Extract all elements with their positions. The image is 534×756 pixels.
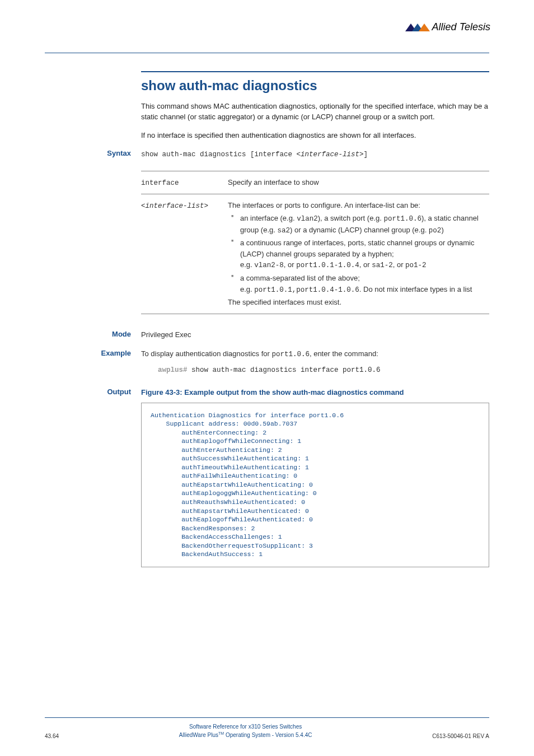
syntax-command: show auth-mac diagnostics [interface <in… bbox=[141, 151, 368, 158]
page-number: 43.64 bbox=[45, 733, 59, 739]
list-item: an interface (e.g. vlan2), a switch port… bbox=[228, 213, 485, 236]
brand-name: Allied Telesis bbox=[432, 21, 490, 33]
cli-prompt: awplus# bbox=[158, 366, 188, 374]
page-footer: 43.64 Software Reference for x310 Series… bbox=[45, 722, 489, 739]
footer-center: Software Reference for x310 Series Switc… bbox=[179, 722, 312, 739]
param-name: interface bbox=[141, 179, 179, 187]
page-title: show auth-mac diagnostics bbox=[141, 78, 489, 94]
example-section: Example To display authentication diagno… bbox=[141, 349, 489, 375]
figure-caption: Figure 43-3: Example output from the sho… bbox=[141, 388, 489, 398]
mode-label: Mode bbox=[45, 330, 141, 340]
mode-value: Privileged Exec bbox=[141, 330, 489, 340]
output-box: Authentication Diagnostics for interface… bbox=[141, 403, 489, 567]
brand-logo: Allied Telesis bbox=[405, 21, 490, 33]
intro-paragraph-2: If no interface is specified then authen… bbox=[141, 130, 489, 141]
footer-rule bbox=[45, 717, 489, 718]
parameter-table: interface Specify an interface to show <… bbox=[141, 171, 489, 314]
syntax-label: Syntax bbox=[45, 149, 141, 314]
list-item: a continuous range of interfaces, ports,… bbox=[228, 237, 485, 271]
table-row: interface Specify an interface to show bbox=[141, 171, 489, 194]
output-section: Output Figure 43-3: Example output from … bbox=[141, 388, 489, 567]
example-text: To display authentication diagnostics fo… bbox=[141, 349, 378, 358]
example-label: Example bbox=[45, 349, 141, 375]
param-name: <interface-list> bbox=[141, 202, 208, 210]
list-item: a comma-separated list of the above;e.g.… bbox=[228, 273, 485, 295]
table-row: <interface-list> The interfaces or ports… bbox=[141, 194, 489, 314]
example-command: awplus# show auth-mac diagnostics interf… bbox=[158, 365, 489, 375]
intro-paragraph-1: This command shows MAC authentication di… bbox=[141, 101, 489, 123]
title-rule bbox=[141, 71, 489, 72]
header-rule bbox=[45, 53, 489, 53]
param-desc: The interfaces or ports to configure. An… bbox=[228, 194, 489, 314]
syntax-section: Syntax show auth-mac diagnostics [interf… bbox=[141, 149, 489, 314]
mode-section: Mode Privileged Exec bbox=[141, 330, 489, 340]
param-desc: Specify an interface to show bbox=[228, 171, 489, 194]
output-label: Output bbox=[45, 388, 141, 567]
allied-telesis-logo-icon bbox=[405, 22, 430, 32]
doc-revision: C613-50046-01 REV A bbox=[432, 733, 489, 739]
